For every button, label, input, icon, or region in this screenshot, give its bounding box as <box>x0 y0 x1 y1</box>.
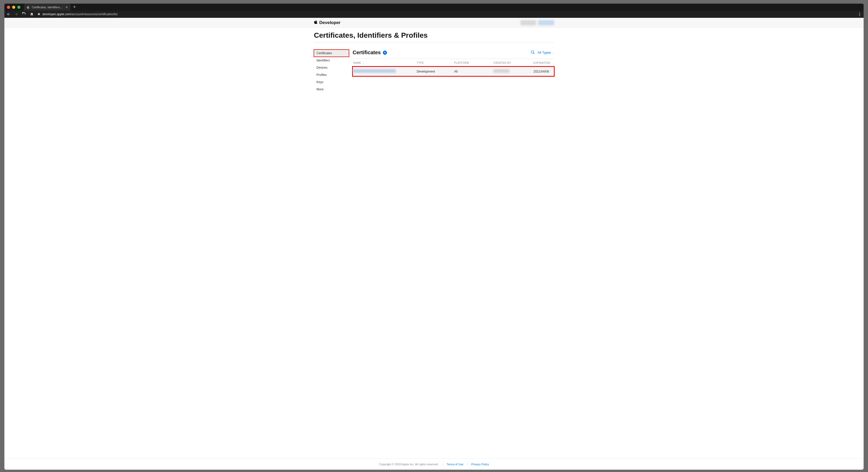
sidebar: Certificates Identifiers Devices Profile… <box>314 50 349 210</box>
page-viewport: Developer Certificates, Identifiers & Pr… <box>4 18 390 210</box>
column-name[interactable]: NAME ⌄ <box>352 61 390 64</box>
brand-label: Developer <box>319 20 340 25</box>
global-header: Developer <box>4 18 390 28</box>
back-button[interactable] <box>6 12 10 16</box>
browser-toolbar: developer.apple.com/account/resources/ce… <box>4 10 390 18</box>
developer-brand[interactable]: Developer <box>314 20 340 26</box>
home-button[interactable] <box>30 12 34 16</box>
window-titlebar: Certificates, Identifiers & Profiles ✕ + <box>4 4 390 10</box>
browser-window: Certificates, Identifiers & Profiles ✕ +… <box>4 4 390 210</box>
cell-name <box>352 69 390 73</box>
add-certificate-button[interactable]: + <box>383 51 387 55</box>
table-row[interactable]: Development All 2021/04/08 <box>352 67 390 76</box>
sidebar-item-profiles[interactable]: Profiles <box>314 71 349 78</box>
close-window-button[interactable] <box>7 6 10 9</box>
lock-icon <box>37 12 40 16</box>
main-content: Certificates + All Types ⌄ <box>352 50 390 210</box>
forward-button[interactable] <box>14 12 18 16</box>
sidebar-item-certificates[interactable]: Certificates <box>314 50 349 57</box>
reload-button[interactable] <box>22 12 26 16</box>
window-controls <box>7 6 21 9</box>
section-title: Certificates <box>352 50 381 56</box>
url-path: /account/resources/certificates/list <box>71 12 118 16</box>
apple-favicon-icon <box>27 6 30 9</box>
certificate-name-redacted <box>353 69 390 73</box>
tab-title: Certificates, Identifiers & Profiles <box>32 6 63 9</box>
url-host: developer.apple.com <box>42 12 71 16</box>
sidebar-item-identifiers[interactable]: Identifiers <box>314 57 349 64</box>
sort-chevron-icon: ⌄ <box>363 62 365 64</box>
section-header: Certificates + All Types ⌄ <box>352 50 390 59</box>
minimize-window-button[interactable] <box>12 6 15 9</box>
plus-icon: + <box>384 51 386 54</box>
sidebar-item-devices[interactable]: Devices <box>314 64 349 71</box>
maximize-window-button[interactable] <box>17 6 21 9</box>
main-area: Certificates, Identifiers & Profiles Cer… <box>4 28 390 210</box>
new-tab-button[interactable]: + <box>70 4 79 10</box>
apple-logo-icon <box>314 20 318 26</box>
page-title: Certificates, Identifiers & Profiles <box>314 31 390 41</box>
sidebar-item-keys[interactable]: Keys <box>314 78 349 86</box>
close-tab-icon[interactable]: ✕ <box>65 5 68 9</box>
browser-tab[interactable]: Certificates, Identifiers & Profiles ✕ <box>24 4 70 10</box>
sidebar-item-more[interactable]: More <box>314 86 349 93</box>
table-header: NAME ⌄ TYPE PLATFORM CREATED BY EXPIRATI… <box>352 59 390 67</box>
address-bar[interactable]: developer.apple.com/account/resources/ce… <box>37 12 390 16</box>
